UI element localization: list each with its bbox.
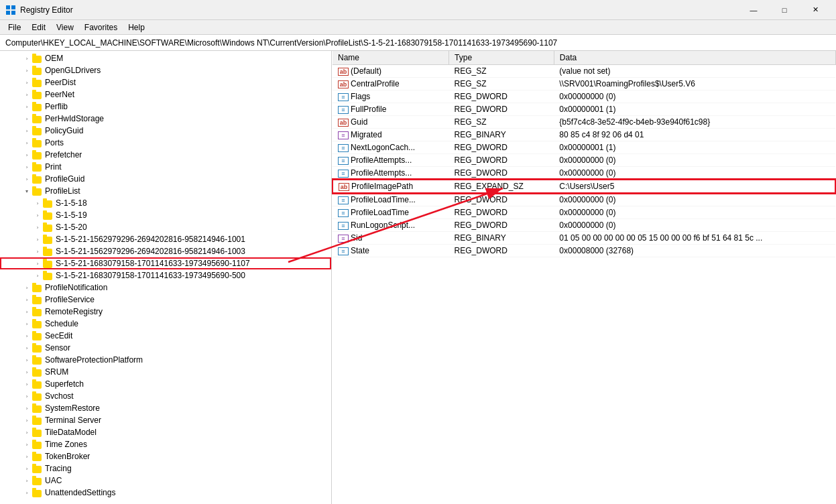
tree-item[interactable]: ›ProfileGuid — [0, 173, 331, 185]
tree-item[interactable]: ›OEM — [0, 52, 331, 64]
table-row[interactable]: ≡RunLogonScript...REG_DWORD0x00000000 (0… — [333, 219, 835, 232]
tree-expander[interactable]: › — [21, 430, 32, 436]
tree-item[interactable]: ›S-1-5-21-1562979296-2694202816-95821494… — [0, 245, 331, 257]
menu-favorites[interactable]: Favorites — [79, 21, 123, 34]
tree-item[interactable]: ›SecEdit — [0, 330, 331, 342]
tree-expander[interactable]: › — [21, 116, 32, 122]
tree-expander[interactable]: › — [21, 285, 32, 291]
menu-help[interactable]: Help — [123, 21, 150, 34]
tree-expander[interactable]: › — [21, 152, 32, 158]
tree-item[interactable]: ›Superfetch — [0, 378, 331, 390]
table-row[interactable]: ≡FullProfileREG_DWORD0x00000001 (1) — [333, 103, 835, 116]
tree-item[interactable]: ›Svchost — [0, 390, 331, 402]
reg-type: REG_SZ — [449, 78, 554, 90]
tree-expander[interactable]: › — [21, 164, 32, 170]
tree-item[interactable]: ›Print — [0, 161, 331, 173]
table-row[interactable]: abGuidREG_SZ{b5f7c4c8-3e52-4f9c-b4eb-93e… — [333, 116, 835, 129]
tree-expander[interactable]: › — [21, 442, 32, 448]
tree-expander[interactable]: › — [32, 249, 43, 255]
tree-expander[interactable]: › — [21, 56, 32, 62]
table-row[interactable]: abCentralProfileREG_SZ\\SRV001\RoamingPr… — [333, 78, 835, 90]
menu-view[interactable]: View — [51, 21, 79, 34]
tree-expander[interactable]: › — [21, 490, 32, 496]
tree-expander[interactable]: › — [32, 200, 43, 206]
tree-expander[interactable]: › — [32, 212, 43, 218]
tree-expander[interactable]: › — [21, 309, 32, 315]
tree-expander[interactable]: › — [21, 478, 32, 484]
tree-item[interactable]: ›Schedule — [0, 318, 331, 330]
tree-expander[interactable]: › — [21, 297, 32, 303]
tree-item[interactable]: ›Sensor — [0, 342, 331, 354]
tree-item[interactable]: ›Prefetcher — [0, 149, 331, 161]
tree-expander[interactable]: ▾ — [21, 188, 32, 194]
tree-item[interactable]: ▾ProfileList — [0, 185, 331, 197]
tree-item[interactable]: ›TileDataModel — [0, 426, 331, 438]
table-row[interactable]: ≡ProfileAttempts...REG_DWORD0x00000000 (… — [333, 167, 835, 180]
tree-expander[interactable]: › — [21, 104, 32, 110]
tree-item[interactable]: ›PerHwIdStorage — [0, 113, 331, 125]
tree-item[interactable]: ›S-1-5-20 — [0, 221, 331, 233]
table-row[interactable]: ≡ProfileAttempts...REG_DWORD0x00000000 (… — [333, 154, 835, 167]
tree-item[interactable]: ›ProfileService — [0, 294, 331, 306]
tree-expander[interactable]: › — [21, 140, 32, 146]
table-row[interactable]: ≡ProfileLoadTimeREG_DWORD0x00000000 (0) — [333, 206, 835, 219]
tree-expander[interactable]: › — [21, 68, 32, 74]
tree-expander[interactable]: › — [21, 381, 32, 387]
tree-item[interactable]: ›S-1-5-21-1562979296-2694202816-95821494… — [0, 233, 331, 245]
tree-item[interactable]: ›S-1-5-21-1683079158-1701141633-19734956… — [0, 269, 331, 281]
tree-expander[interactable]: › — [21, 321, 32, 327]
tree-item[interactable]: ›PeerDist — [0, 76, 331, 88]
tree-expander[interactable]: › — [21, 393, 32, 399]
menu-edit[interactable]: Edit — [26, 21, 51, 34]
table-row[interactable]: ≡SidREG_BINARY01 05 00 00 00 00 00 05 15… — [333, 232, 835, 245]
tree-expander[interactable]: › — [21, 128, 32, 134]
table-row[interactable]: ab(Default)REG_SZ(value not set) — [333, 65, 835, 78]
tree-item[interactable]: ›PeerNet — [0, 88, 331, 101]
table-row[interactable]: abProfileImagePathREG_EXPAND_SZC:\Users\… — [333, 180, 835, 193]
tree-expander[interactable]: › — [21, 369, 32, 375]
tree-item[interactable]: ›SRUM — [0, 366, 331, 378]
tree-item[interactable]: ›PolicyGuid — [0, 125, 331, 137]
table-row[interactable]: ≡FlagsREG_DWORD0x00000000 (0) — [333, 90, 835, 103]
tree-item[interactable]: ›ProfileNotification — [0, 281, 331, 294]
tree-expander[interactable]: › — [32, 261, 43, 267]
table-row[interactable]: ≡MigratedREG_BINARY80 85 c4 8f 92 06 d4 … — [333, 129, 835, 141]
tree-expander[interactable]: › — [21, 80, 32, 86]
tree-pane[interactable]: ›OEM›OpenGLDrivers›PeerDist›PeerNet›Perf… — [0, 51, 332, 504]
tree-item[interactable]: ›Ports — [0, 137, 331, 149]
tree-item[interactable]: ›SystemRestore — [0, 402, 331, 414]
maximize-button[interactable]: □ — [769, 0, 800, 20]
table-row[interactable]: ≡ProfileLoadTime...REG_DWORD0x00000000 (… — [333, 193, 835, 206]
tree-item[interactable]: ›Time Zones — [0, 438, 331, 450]
tree-expander[interactable]: › — [32, 225, 43, 231]
tree-expander[interactable]: › — [21, 454, 32, 460]
tree-expander[interactable]: › — [21, 357, 32, 363]
tree-item[interactable]: ›SoftwareProtectionPlatform — [0, 354, 331, 366]
tree-expander[interactable]: › — [21, 176, 32, 182]
tree-expander[interactable]: › — [21, 333, 32, 339]
tree-item[interactable]: ›UnattendedSettings — [0, 487, 331, 499]
tree-expander[interactable]: › — [21, 405, 32, 412]
close-button[interactable]: ✕ — [800, 0, 831, 20]
tree-expander[interactable]: › — [21, 418, 32, 424]
menu-file[interactable]: File — [3, 21, 26, 34]
tree-item[interactable]: ›OpenGLDrivers — [0, 64, 331, 76]
tree-item[interactable]: ›RemoteRegistry — [0, 306, 331, 318]
tree-item[interactable]: ›S-1-5-19 — [0, 209, 331, 221]
table-row[interactable]: ≡NextLogonCach...REG_DWORD0x00000001 (1) — [333, 141, 835, 154]
tree-item[interactable]: ›Perflib — [0, 101, 331, 113]
table-row[interactable]: ≡StateREG_DWORD0x00008000 (32768) — [333, 245, 835, 257]
tree-item[interactable]: ›S-1-5-18 — [0, 197, 331, 209]
tree-expander[interactable]: › — [32, 273, 43, 279]
tree-item[interactable]: ›Tracing — [0, 462, 331, 475]
tree-item[interactable]: ›UAC — [0, 475, 331, 487]
tree-item[interactable]: ›S-1-5-21-1683079158-1701141633-19734956… — [0, 257, 331, 269]
tree-item[interactable]: ›TokenBroker — [0, 450, 331, 462]
tree-item[interactable]: ›Terminal Server — [0, 414, 331, 426]
minimize-button[interactable]: — — [738, 0, 769, 20]
values-pane[interactable]: Name Type Data ab(Default)REG_SZ(value n… — [332, 51, 836, 504]
tree-expander[interactable]: › — [21, 345, 32, 351]
tree-expander[interactable]: › — [32, 237, 43, 243]
tree-expander[interactable]: › — [21, 466, 32, 472]
tree-expander[interactable]: › — [21, 92, 32, 98]
